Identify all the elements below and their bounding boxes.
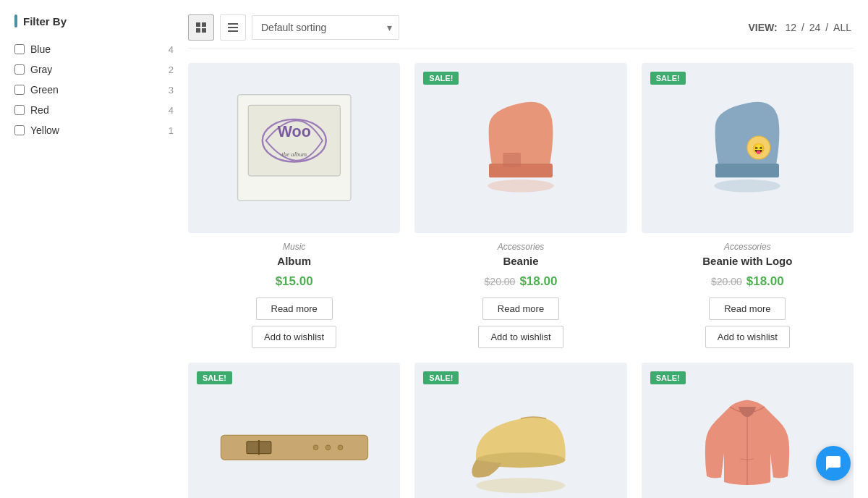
product-grid: Woo the album Music Album $15.00 Read mo…: [188, 63, 854, 498]
list-icon: [227, 22, 239, 33]
product-name: Album: [188, 255, 400, 267]
svg-text:the album: the album: [281, 151, 307, 158]
product-price: $15.00: [188, 274, 400, 289]
belt-illustration: [215, 405, 374, 490]
product-image: Woo the album: [188, 63, 400, 233]
svg-rect-5: [228, 27, 238, 28]
filter-checkbox-yellow[interactable]: [14, 125, 25, 135]
product-image-wrap: SALE!: [188, 363, 400, 498]
sale-badge: SALE!: [423, 72, 459, 85]
filter-list: Blue 4 Gray 2 Green 3 Red 4 Yellow 1: [14, 39, 174, 140]
filter-checkbox-gray[interactable]: [14, 64, 25, 75]
filter-count-green: 3: [169, 85, 174, 96]
svg-rect-6: [228, 30, 238, 32]
filter-label-green[interactable]: Green: [30, 84, 59, 96]
grid-view-button[interactable]: [188, 14, 214, 41]
price-current: $18.00: [519, 274, 557, 288]
add-to-wishlist-button[interactable]: Add to wishlist: [705, 326, 790, 348]
read-more-button[interactable]: Read more: [256, 297, 333, 320]
product-price: $20.00$18.00: [414, 274, 626, 289]
view-all-link[interactable]: ALL: [833, 22, 851, 33]
add-to-wishlist-button[interactable]: Add to wishlist: [252, 326, 336, 348]
sort-select-wrap: Default sortingSort by popularitySort by…: [252, 15, 399, 40]
list-view-button[interactable]: [220, 14, 246, 41]
filter-item: Green 3: [14, 80, 174, 100]
price-original: $20.00: [711, 276, 742, 287]
svg-point-26: [476, 478, 565, 493]
sale-badge: SALE!: [423, 371, 459, 384]
filter-count-gray: 2: [169, 64, 174, 75]
filter-label-red[interactable]: Red: [30, 104, 49, 116]
main-content: Default sortingSort by popularitySort by…: [188, 14, 854, 498]
filter-count-blue: 4: [169, 44, 174, 55]
filter-label-yellow[interactable]: Yellow: [30, 124, 59, 136]
svg-rect-13: [489, 164, 553, 177]
chat-icon: [825, 455, 842, 472]
product-category: Accessories: [414, 242, 626, 252]
sale-badge: SALE!: [650, 371, 686, 384]
svg-rect-2: [196, 28, 200, 33]
sale-badge: SALE!: [197, 371, 232, 384]
product-actions: Read more Add to wishlist: [642, 297, 854, 348]
product-price: $20.00$18.00: [642, 274, 854, 289]
product-image: [414, 63, 626, 233]
svg-text:😝: 😝: [752, 142, 765, 155]
svg-rect-1: [202, 22, 206, 27]
cap-illustration: [451, 384, 591, 498]
product-card: SALE! Accessories Beanie $20.00$18.00 Re…: [414, 63, 626, 348]
filter-label-blue[interactable]: Blue: [30, 43, 51, 55]
svg-point-12: [488, 180, 554, 193]
filter-checkbox-red[interactable]: [14, 105, 25, 115]
filter-item: Blue 4: [14, 39, 174, 59]
read-more-button[interactable]: Read more: [482, 297, 559, 320]
product-category: Music: [188, 242, 400, 252]
view-12-link[interactable]: 12: [786, 22, 797, 33]
product-image-wrap: SALE!: [414, 363, 626, 498]
svg-rect-3: [202, 28, 206, 33]
svg-rect-14: [503, 153, 521, 166]
product-card: Woo the album Music Album $15.00 Read mo…: [188, 63, 400, 348]
filter-item: Red 4: [14, 100, 174, 120]
product-name: Beanie: [414, 255, 626, 267]
svg-rect-4: [228, 23, 238, 25]
filter-item-left-0: Blue: [14, 43, 51, 55]
filter-title: Filter By: [14, 14, 174, 28]
svg-text:Woo: Woo: [278, 124, 311, 141]
read-more-button[interactable]: Read more: [709, 297, 786, 320]
product-category: Accessories: [642, 242, 854, 252]
product-card: SALE! Clothing Hoodie Read more Add to w…: [642, 363, 854, 498]
price-original: $20.00: [485, 276, 516, 287]
filter-count-yellow: 1: [169, 125, 174, 136]
sidebar: Filter By Blue 4 Gray 2 Green 3 Red 4 Ye…: [14, 14, 174, 498]
product-name: Beanie with Logo: [642, 255, 854, 267]
toolbar: Default sortingSort by popularitySort by…: [188, 14, 854, 48]
price-current: $18.00: [746, 274, 784, 288]
svg-point-24: [326, 445, 331, 450]
product-card: SALE! 😝 Accessories Beanie with Logo $20…: [642, 63, 854, 348]
filter-label-gray[interactable]: Gray: [30, 64, 52, 75]
sort-select[interactable]: Default sortingSort by popularitySort by…: [252, 15, 399, 40]
grid-icon: [195, 22, 207, 33]
product-image-wrap: SALE! 😝: [642, 63, 854, 233]
album-illustration: Woo the album: [224, 84, 365, 211]
beanie-blue-illustration: 😝: [684, 84, 811, 211]
product-actions: Read more Add to wishlist: [414, 297, 626, 348]
view-label: VIEW:: [748, 22, 777, 33]
sale-badge: SALE!: [650, 72, 686, 85]
chat-button[interactable]: [816, 446, 851, 481]
filter-checkbox-green[interactable]: [14, 85, 25, 95]
toolbar-left: Default sortingSort by popularitySort by…: [188, 14, 399, 41]
beanie-orange-illustration: [457, 84, 584, 211]
view-24-link[interactable]: 24: [809, 22, 821, 33]
svg-rect-0: [196, 22, 200, 27]
filter-item: Yellow 1: [14, 120, 174, 140]
product-actions: Read more Add to wishlist: [188, 297, 400, 348]
filter-item-left-3: Red: [14, 104, 49, 116]
product-image-wrap: SALE!: [642, 363, 854, 498]
product-image-wrap: Woo the album: [188, 63, 400, 233]
filter-item-left-1: Gray: [14, 64, 52, 75]
filter-checkbox-blue[interactable]: [14, 44, 25, 54]
add-to-wishlist-button[interactable]: Add to wishlist: [478, 326, 563, 348]
filter-item-left-4: Yellow: [14, 124, 59, 136]
filter-count-red: 4: [169, 105, 174, 116]
